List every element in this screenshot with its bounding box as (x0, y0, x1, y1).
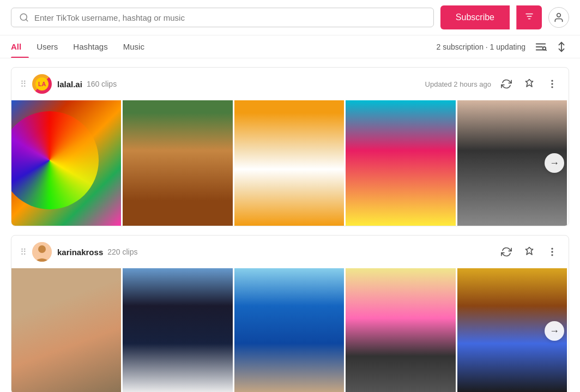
karinakross-clip-count: 220 clips (107, 248, 137, 256)
karinakross-pin-button[interactable] (522, 244, 537, 260)
nav-actions (533, 39, 569, 55)
more-icon (547, 79, 558, 89)
tab-hashtags[interactable]: Hashtags (65, 35, 115, 58)
refresh-icon (501, 79, 512, 89)
sort-button[interactable] (554, 39, 569, 55)
karinakross-next-arrow[interactable]: → (545, 321, 564, 341)
subscription-card-lalal: ⠿ LA lalal.ai 160 clips Updated 2 hours … (11, 67, 569, 226)
person-icon (553, 12, 564, 23)
drag-handle-lalal[interactable]: ⠿ (20, 79, 27, 89)
pin-icon (524, 79, 535, 89)
lalal-username: lalal.ai (57, 80, 82, 89)
drag-handle-karinakross[interactable]: ⠿ (20, 247, 27, 257)
svg-point-20 (552, 251, 553, 252)
karinakross-header-right (499, 244, 560, 260)
karinakross-image-4[interactable] (346, 268, 457, 392)
avatar-karinakross (32, 242, 52, 262)
lalal-images-row: → (11, 100, 569, 226)
lalal-image-4[interactable] (346, 100, 457, 226)
karinakross-image-1[interactable] (11, 268, 123, 392)
lalal-clip-count: 160 clips (87, 80, 117, 88)
search-bar (11, 8, 434, 27)
lalal-image-1[interactable] (11, 100, 123, 226)
svg-point-16 (552, 87, 553, 88)
filter-button[interactable] (516, 5, 542, 29)
svg-point-21 (552, 255, 553, 256)
user-icon-button[interactable] (548, 7, 569, 28)
nav-tabs: All Users Hashtags Music 2 subscription … (0, 35, 580, 58)
search-input[interactable] (34, 13, 426, 22)
lalal-refresh-button[interactable] (499, 76, 514, 92)
karinakross-refresh-button[interactable] (499, 244, 514, 260)
tab-music[interactable]: Music (116, 35, 152, 58)
lalal-next-arrow[interactable]: → (545, 153, 564, 173)
lalal-pin-button[interactable] (522, 76, 537, 92)
karinakross-image-2[interactable] (123, 268, 234, 392)
karinakross-image-3[interactable] (234, 268, 346, 392)
karina-avatar-icon (32, 242, 52, 262)
karinakross-images-row: → (11, 268, 569, 392)
svg-point-15 (552, 83, 553, 85)
more-icon-2 (547, 246, 558, 257)
karinakross-more-button[interactable] (545, 244, 560, 260)
svg-line-1 (26, 19, 27, 21)
subscription-status-text: 2 subscription · 1 updating (437, 43, 525, 51)
app-header: Subscribe (0, 0, 580, 35)
list-view-button[interactable] (533, 39, 548, 55)
svg-point-19 (552, 248, 553, 249)
lalal-image-3[interactable] (234, 100, 346, 226)
svg-point-18 (38, 245, 46, 253)
svg-point-5 (557, 14, 561, 17)
svg-line-10 (546, 50, 546, 50)
list-search-icon (535, 41, 547, 53)
avatar-lalal: LA (32, 74, 52, 94)
search-icon (19, 13, 29, 22)
refresh-icon-2 (501, 246, 512, 257)
content-area: ⠿ LA lalal.ai 160 clips Updated 2 hours … (0, 58, 580, 392)
tab-users[interactable]: Users (29, 35, 65, 58)
lalal-header-right: Updated 2 hours ago (425, 76, 560, 92)
filter-icon (524, 11, 534, 21)
svg-text:LA: LA (38, 81, 46, 87)
card-header-lalal: ⠿ LA lalal.ai 160 clips Updated 2 hours … (11, 68, 569, 100)
lalal-updated-text: Updated 2 hours ago (425, 80, 491, 88)
pin-icon-2 (524, 246, 535, 257)
subscription-card-karinakross: ⠿ karinakross 220 clips (11, 235, 569, 392)
nav-status: 2 subscription · 1 updating (437, 39, 569, 55)
lalal-image-2[interactable] (123, 100, 234, 226)
sort-icon (555, 41, 567, 53)
tab-all[interactable]: All (11, 35, 29, 58)
svg-point-14 (552, 80, 553, 81)
lalal-avatar-icon: LA (35, 77, 49, 91)
subscribe-button[interactable]: Subscribe (440, 5, 510, 29)
lalal-more-button[interactable] (545, 76, 560, 92)
karinakross-username: karinakross (57, 248, 103, 257)
card-header-karinakross: ⠿ karinakross 220 clips (11, 236, 569, 268)
